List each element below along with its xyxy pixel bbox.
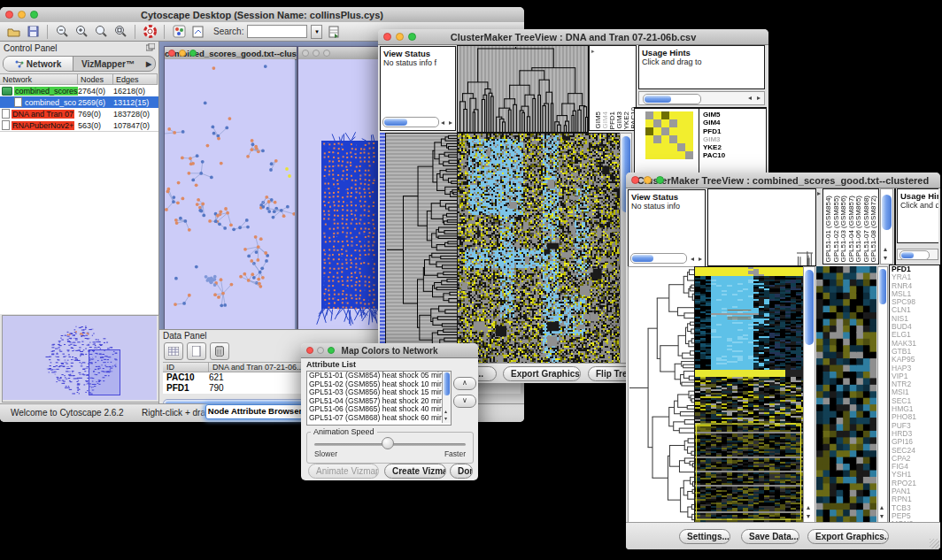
matrix-cell[interactable] [669,111,677,119]
column-label[interactable]: GPL51-06 (GSM865) [855,196,862,263]
done-button[interactable]: Done [450,464,473,479]
annotation-icon[interactable] [190,24,206,39]
scroll-left-icon[interactable]: ◂ [748,95,752,102]
correlation-matrix[interactable] [645,111,693,159]
zoom-window-button[interactable] [30,11,38,19]
matrix-cell[interactable] [669,119,677,127]
matrix-cell[interactable] [685,127,693,135]
minimize-button[interactable] [644,176,652,184]
scroll-left-icon[interactable]: ◂ [691,256,694,263]
matrix-cell[interactable] [685,119,693,127]
gene-label[interactable]: YKE2 [701,143,763,151]
matrix-cell[interactable] [661,119,669,127]
select-attributes-icon[interactable] [164,342,183,360]
matrix-cell[interactable] [685,111,693,119]
zoom-in-icon[interactable] [73,24,89,39]
minimize-button[interactable] [317,347,324,354]
network-table-row[interactable]: combined_sco2569(6)13112(15) [0,96,158,108]
settings-button[interactable]: Settings... [679,529,730,544]
node-attribute-browser-tab[interactable]: Node Attribute Browser [205,404,305,419]
network-overview-canvas[interactable] [3,316,157,400]
matrix-cell[interactable] [653,143,661,151]
scroll-up-icon[interactable]: ▴ [884,246,887,253]
import-table-icon[interactable] [326,24,342,39]
heatmap-canvas[interactable] [457,133,621,364]
zoom-fit-icon[interactable] [112,24,128,39]
frame-minimize-button[interactable] [179,50,186,57]
open-file-icon[interactable] [5,24,21,39]
network-table-row[interactable]: combined_scores2764(0)16218(0) [0,85,158,96]
frame-close-button[interactable] [302,50,309,57]
attribute-list-vscrollbar[interactable]: ▴ ▾ [442,372,451,423]
matrix-cell[interactable] [661,143,669,151]
frame-close-button[interactable] [168,50,175,57]
animate-vizmap-button[interactable]: Animate Vizmap [308,464,379,479]
delete-attribute-icon[interactable] [210,342,229,360]
scroll-up-icon[interactable]: ▴ [807,504,810,511]
matrix-cell[interactable] [677,111,685,119]
scroll-up-icon[interactable]: ▴ [444,408,447,415]
resize-grip[interactable] [930,539,939,548]
matrix-cell[interactable] [677,143,685,151]
gene-list-vscrollbar[interactable]: ▴ ▾ [877,266,888,523]
matrix-cell[interactable] [661,135,669,143]
frame1-title-bar[interactable]: combined_scores_good.txt--cluste... [165,47,297,60]
scroll-down-icon[interactable]: ▾ [880,513,884,520]
matrix-cell[interactable] [677,119,685,127]
view-status-hscrollbar[interactable] [382,117,439,127]
scroll-right-icon[interactable]: ▸ [699,256,702,263]
export-graphics-button[interactable]: Export Graphics... [503,366,581,381]
minimize-button[interactable] [396,33,404,41]
float-panel-icon[interactable] [146,43,155,53]
zoom-window-button[interactable] [408,33,416,41]
column-tree-canvas[interactable] [707,188,816,266]
matrix-cell[interactable] [677,127,685,135]
matrix-cell[interactable] [677,151,685,159]
matrix-cell[interactable] [653,111,661,119]
matrix-cell[interactable] [661,111,669,119]
matrix-cell[interactable] [661,127,669,135]
close-button[interactable] [306,347,313,354]
move-down-button[interactable]: ∨ [453,395,476,408]
network-canvas-2[interactable] [298,59,385,329]
matrix-cell[interactable] [653,151,661,159]
column-label[interactable]: GPL51-03 (GSM856) [840,196,847,263]
matrix-cell[interactable] [645,111,653,119]
search-dropdown-arrow[interactable]: ▾ [311,25,322,39]
minimize-button[interactable] [18,11,26,19]
row-dendrogram-canvas[interactable] [628,266,695,523]
scroll-right-icon[interactable]: ▸ [757,95,761,102]
matrix-cell[interactable] [645,119,653,127]
matrix-cell[interactable] [661,151,669,159]
scroll-left-icon[interactable]: ◂ [441,119,444,127]
gene-label[interactable]: PAC10 [701,151,763,159]
matrix-cell[interactable] [677,135,685,143]
frame-zoom-button[interactable] [323,50,330,57]
scroll-down-icon[interactable]: ▾ [884,255,887,262]
column-label[interactable]: GPL51-01 (GSM854) [825,196,832,263]
matrix-cell[interactable] [669,143,677,151]
matrix-cell[interactable] [669,135,677,143]
matrix-cell[interactable] [685,151,693,159]
main-title-bar[interactable]: Cytoscape Desktop (Session Name: collins… [0,7,524,23]
gene-label[interactable]: GIM3 [701,135,763,143]
heatmap-vscrollbar[interactable]: ▴ ▾ [803,266,815,523]
vizmapper-icon[interactable] [171,24,187,39]
zoom-window-button[interactable] [656,176,664,184]
attribute-list-item[interactable]: GPL51-07 (GSM868) heat shock 60 min [307,414,442,423]
matrix-cell[interactable] [645,135,653,143]
close-button[interactable] [383,33,391,41]
zoom-out-icon[interactable] [54,24,70,39]
scroll-down-icon[interactable]: ▾ [444,415,447,422]
matrix-cell[interactable] [685,135,693,143]
network-overview-panel[interactable] [2,315,159,403]
matrix-cell[interactable] [653,119,661,127]
save-data-button[interactable]: Save Data... [741,529,799,544]
column-dendrogram-canvas[interactable] [457,45,589,133]
frame-minimize-button[interactable] [313,50,320,57]
treeview1-title-bar[interactable]: ClusterMaker TreeView : DNA and Tran 07-… [378,29,768,45]
treeview2-title-bar[interactable]: ClusterMaker TreeView : combined_scores_… [626,173,940,188]
treeview1-global-hscrollbar[interactable]: ◂ ▸ [638,91,765,105]
matrix-cell[interactable] [669,151,677,159]
matrix-cell[interactable] [645,151,653,159]
